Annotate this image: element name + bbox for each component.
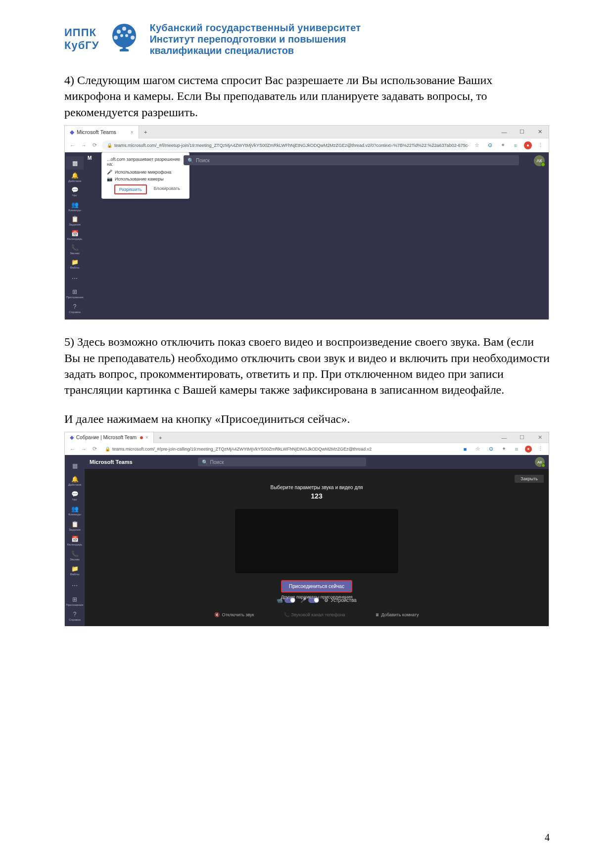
star-icon[interactable]: ☆ [472, 142, 481, 148]
url-field[interactable]: 🔒 teams.microsoft.com/_#/l/meetup-join/1… [102, 140, 469, 150]
popup-mic-row: 🎤 Использование микрофона [107, 170, 184, 175]
room-icon: 🖥 [375, 612, 379, 617]
nav-forward-icon[interactable]: → [80, 142, 88, 148]
lock-icon: 🔒 [107, 143, 112, 148]
sidebar-more[interactable]: ⋯ [66, 272, 84, 285]
allow-button[interactable]: Разрешить [114, 184, 147, 194]
sidebar-chat[interactable]: 💬Чат [66, 185, 84, 198]
nav-forward-icon[interactable]: → [80, 446, 88, 452]
puzzle-icon[interactable]: ✦ [498, 142, 507, 148]
sidebar-teams[interactable]: 👥Команды [66, 504, 84, 518]
popup-title: ...oft.com запрашивает разрешение на: [107, 157, 184, 167]
sidebar-calls[interactable]: 📞Звонки [66, 548, 84, 562]
browser-tab-2[interactable]: ◆ Собрание | Microsoft Team × [65, 432, 154, 443]
window-close-icon[interactable]: ✕ [531, 126, 549, 138]
sidebar-activity[interactable]: 🔔Действия [66, 171, 84, 184]
popup-cam-row: 📷 Использование камеры [107, 177, 184, 182]
sidebar-more[interactable]: ⋯ [66, 579, 84, 593]
sidebar-calendar[interactable]: 📅Календарь [66, 228, 84, 242]
institution-header: ИППК КубГУ Кубанский государственный уни… [64, 20, 550, 58]
meeting-title: 123 [188, 492, 445, 500]
svg-point-5 [131, 36, 135, 40]
sidebar-apps[interactable]: ⊞Приложения [66, 286, 84, 301]
logo-ippk-text: ИППК [64, 26, 99, 39]
waffle-icon[interactable]: ▦ [66, 156, 84, 170]
window-maximize-icon[interactable]: ☐ [513, 432, 531, 443]
phone-icon: 📞 [284, 612, 289, 617]
sidebar-calls[interactable]: 📞Звонки [66, 243, 84, 256]
screenshot-prejoin: ◆ Собрание | Microsoft Team × + — ☐ ✕ ← … [64, 432, 549, 626]
instruction-step-5: 5) Здесь возможно отключить показ своего… [64, 334, 550, 398]
logo-left: ИППК КубГУ [64, 26, 99, 52]
tab-close-icon[interactable]: × [145, 435, 148, 440]
nav-back-icon[interactable]: ← [69, 142, 76, 148]
svg-point-2 [128, 30, 132, 34]
new-tab-button[interactable]: + [154, 435, 167, 441]
new-tab-button[interactable]: + [139, 129, 152, 135]
search-icon: 🔍 [188, 158, 193, 163]
nav-reload-icon[interactable]: ⟳ [92, 142, 98, 148]
menu-icon[interactable]: ⋮ [536, 446, 545, 452]
user-avatar-2[interactable]: АК [535, 457, 545, 467]
user-avatar[interactable]: АК [534, 155, 545, 166]
reading-list-icon[interactable]: ≡ [511, 142, 520, 148]
other-options-header: Другие параметры присоединения [85, 594, 549, 599]
sidebar-assignments[interactable]: 📋Задания [66, 214, 84, 228]
teams-favicon-icon: ◆ [70, 129, 74, 136]
nav-back-icon[interactable]: ← [69, 446, 76, 452]
browser-address-bar: ← → ⟳ 🔒 teams.microsoft.com/_#/l/meetup-… [65, 138, 549, 152]
menu-icon[interactable]: ⋮ [536, 142, 545, 148]
teams-search-input[interactable]: 🔍 Поиск [184, 155, 519, 165]
reading-list-icon[interactable]: ≡ [512, 446, 521, 452]
ext-badge-icon[interactable]: ● [525, 446, 532, 453]
sidebar-teams[interactable]: 👥Команды [66, 200, 84, 213]
instruction-step-4: 4) Следующим шагом система спросит Вас р… [64, 72, 550, 120]
app-name-label: Microsoft Teams [90, 459, 133, 465]
mute-audio-option[interactable]: 🔇 Отключить звук [214, 612, 254, 617]
window-minimize-icon[interactable]: — [495, 432, 513, 443]
page-number: 4 [545, 832, 550, 843]
search-icon: 🔍 [202, 459, 208, 465]
puzzle-icon[interactable]: ✦ [499, 446, 508, 452]
extension-icon[interactable]: ⊙ [486, 446, 495, 452]
sidebar-apps[interactable]: ⊞Приложения [66, 594, 84, 608]
tab-title-2: Собрание | Microsoft Team [76, 435, 137, 440]
window-minimize-icon[interactable]: — [495, 126, 513, 138]
sidebar-calendar[interactable]: 📅Календарь [66, 534, 84, 548]
add-room-option[interactable]: 🖥 Добавить комнату [375, 612, 419, 617]
phone-audio-option: 📞 Звуковой канал телефона [284, 612, 345, 617]
teams-search-input-2[interactable]: 🔍 Поиск [198, 457, 366, 466]
extension-icon[interactable]: ⊙ [485, 142, 494, 148]
recording-indicator-icon [140, 436, 143, 439]
svg-point-3 [122, 27, 126, 31]
svg-point-6 [120, 34, 123, 37]
browser-tab[interactable]: ◆ Microsoft Teams × [65, 126, 139, 138]
sidebar-activity[interactable]: 🔔Действия [66, 474, 84, 488]
screenshot-permissions: ◆ Microsoft Teams × + — ☐ ✕ ← → ⟳ 🔒 team… [64, 125, 549, 319]
teams-sidebar: ▦ 🔔Действия 💬Чат 👥Команды 📋Задания 📅Кале… [65, 152, 85, 320]
sidebar-help[interactable]: ?Справка [66, 608, 84, 623]
window-close-icon[interactable]: ✕ [531, 432, 549, 443]
sidebar-files[interactable]: 📁Файлы [66, 564, 84, 578]
tree-logo-icon [105, 20, 143, 58]
window-maximize-icon[interactable]: ☐ [513, 126, 531, 138]
waffle-icon[interactable]: ▦ [66, 459, 84, 473]
logo-kubgu-text: КубГУ [64, 39, 99, 52]
browser-titlebar-2: ◆ Собрание | Microsoft Team × + — ☐ ✕ [65, 432, 549, 443]
ext-badge-icon[interactable]: ● [524, 141, 532, 149]
sidebar-assignments[interactable]: 📋Задания [66, 519, 84, 533]
tab-title: Microsoft Teams [77, 129, 116, 135]
sidebar-files[interactable]: 📁Файлы [66, 257, 84, 271]
tab-close-icon[interactable]: × [131, 129, 134, 135]
url-field-2[interactable]: 🔒 teams.microsoft.com/_#/pre-join-callin… [102, 445, 457, 454]
svg-point-4 [114, 36, 118, 40]
close-button[interactable]: Закрыть [515, 475, 544, 483]
camera-indicator-icon[interactable]: ■ [461, 446, 470, 452]
block-button[interactable]: Блокировать [150, 184, 184, 194]
camera-icon: 📷 [107, 177, 112, 182]
sidebar-help[interactable]: ?Справка [66, 301, 84, 316]
sidebar-chat[interactable]: 💬Чат [66, 489, 84, 503]
join-now-button[interactable]: Присоединиться сейчас [281, 580, 352, 593]
star-icon[interactable]: ☆ [473, 446, 482, 452]
nav-reload-icon[interactable]: ⟳ [92, 446, 98, 452]
